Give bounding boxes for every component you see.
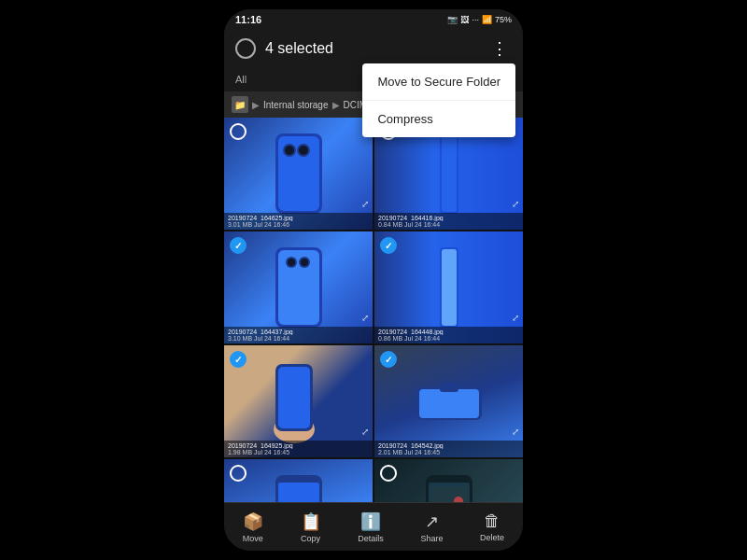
status-icons: 📷 🖼 ··· 📶 75% [447, 15, 512, 24]
svg-point-5 [299, 146, 308, 155]
grid-item[interactable]: ⤢ 20190724_164437.jpg 3.10 MB Jul 24 16:… [224, 231, 373, 343]
image-info-overlay: 20190724_164925.jpg 1.98 MB Jul 24 16:45 [224, 441, 373, 457]
camera-icon: 📷 [447, 15, 458, 24]
all-label: All [235, 74, 247, 85]
svg-point-11 [288, 259, 295, 266]
details-icon: ℹ️ [360, 511, 381, 532]
selected-count: 4 selected [265, 40, 478, 57]
details-button[interactable]: ℹ️ Details [350, 508, 391, 547]
breadcrumb-internal-storage[interactable]: Internal storage [263, 100, 329, 110]
delete-label: Delete [480, 533, 504, 542]
image-info-overlay: 20190724_164448.jpg 0.86 MB Jul 24 16:44 [374, 327, 523, 343]
selection-checkbox[interactable] [380, 237, 397, 254]
delete-icon: 🗑 [484, 511, 500, 531]
grid-item[interactable]: ⤢ 20190724_164925.jpg 1.98 MB Jul 24 16:… [224, 345, 373, 457]
expand-icon: ⤢ [512, 199, 519, 209]
svg-point-3 [285, 146, 294, 155]
selection-checkbox[interactable] [230, 351, 247, 368]
breadcrumb-arrow1: ▶ [252, 100, 260, 110]
grid-item[interactable]: ⤢ 20190724_130821.jpg [374, 459, 523, 502]
image-info-overlay: 20190724_164437.jpg 3.10 MB Jul 24 16:44 [224, 327, 373, 343]
image-grid: ⤢ 20190724_164625.jpg 3.01 MB Jul 24 16:… [224, 118, 523, 502]
image-info-overlay: 20190724_164416.jpg 0.84 MB Jul 24 16:44 [374, 213, 523, 230]
svg-point-13 [301, 259, 308, 266]
select-all-circle[interactable] [235, 38, 256, 59]
expand-icon: ⤢ [361, 199, 369, 209]
move-button[interactable]: 📦 Move [235, 508, 271, 547]
grid-item[interactable]: ⤢ 20190724_164625.jpg 3.01 MB Jul 24 16:… [224, 118, 373, 230]
copy-label: Copy [301, 534, 320, 543]
grid-item[interactable]: moto⤢ 20190724_164558.jpg [224, 459, 373, 502]
image-meta: 3.01 MB Jul 24 16:46 [228, 221, 369, 228]
image-info-overlay: 20190724_164542.jpg 2.01 MB Jul 24 16:45 [374, 441, 523, 457]
selection-checkbox[interactable] [230, 123, 247, 140]
copy-button[interactable]: 📋 Copy [293, 508, 329, 547]
svg-rect-23 [278, 483, 319, 502]
status-bar: 11:16 📷 🖼 ··· 📶 75% [224, 9, 523, 30]
grid-item[interactable]: ⤢ 20190724_164448.jpg 0.86 MB Jul 24 16:… [374, 231, 523, 343]
breadcrumb-arrow2: ▶ [332, 100, 340, 110]
image-meta: 0.86 MB Jul 24 16:44 [378, 335, 519, 342]
battery-text: 75% [495, 15, 512, 24]
delete-button[interactable]: 🗑 Delete [472, 508, 512, 546]
move-label: Move [243, 534, 263, 543]
expand-icon: ⤢ [512, 313, 519, 323]
image-info-overlay: 20190724_164625.jpg 3.01 MB Jul 24 16:46 [224, 213, 373, 230]
folder-icon: 📁 [232, 96, 248, 113]
phone-frame: 11:16 📷 🖼 ··· 📶 75% 4 selected ⋮ Move to… [224, 9, 523, 551]
svg-rect-18 [278, 367, 310, 428]
more-options-button[interactable]: ⋮ [487, 38, 512, 59]
selection-checkbox[interactable] [230, 237, 247, 254]
copy-icon: 📋 [301, 511, 321, 532]
image-meta: 1.98 MB Jul 24 16:45 [228, 449, 369, 455]
selection-checkbox[interactable] [380, 351, 397, 368]
svg-rect-21 [440, 383, 458, 392]
expand-icon: ⤢ [361, 313, 369, 323]
compress-item[interactable]: Compress [362, 101, 515, 137]
image-filename: 20190724_164625.jpg [228, 215, 369, 221]
image-meta: 2.01 MB Jul 24 16:45 [378, 449, 519, 455]
selection-checkbox[interactable] [230, 465, 247, 482]
details-label: Details [358, 534, 384, 543]
image-icon: 🖼 [460, 15, 469, 24]
top-bar: 4 selected ⋮ Move to Secure Folder Compr… [224, 30, 523, 67]
svg-rect-9 [278, 250, 319, 325]
image-filename: 20190724_164925.jpg [228, 442, 369, 449]
share-icon: ↗ [425, 511, 439, 532]
bottom-toolbar: 📦 Move 📋 Copy ℹ️ Details ↗ Share 🗑 Delet… [224, 502, 523, 551]
expand-icon: ⤢ [512, 427, 519, 437]
move-to-secure-folder-item[interactable]: Move to Secure Folder [362, 63, 515, 101]
signal-icon: 📶 [482, 15, 492, 24]
more-icon: ··· [472, 15, 479, 24]
grid-item[interactable]: ⤢ 20190724_164542.jpg 2.01 MB Jul 24 16:… [374, 345, 523, 457]
image-filename: 20190724_164437.jpg [228, 329, 369, 335]
svg-rect-15 [442, 249, 457, 326]
share-button[interactable]: ↗ Share [413, 508, 450, 547]
selection-checkbox[interactable] [380, 465, 397, 482]
svg-rect-20 [419, 389, 479, 418]
status-time: 11:16 [235, 14, 261, 25]
image-filename: 20190724_164542.jpg [378, 442, 519, 449]
expand-icon: ⤢ [361, 427, 369, 437]
image-filename: 20190724_164416.jpg [378, 215, 519, 221]
image-filename: 20190724_164448.jpg [378, 329, 519, 335]
share-label: Share [420, 534, 443, 543]
image-meta: 3.10 MB Jul 24 16:44 [228, 335, 369, 342]
image-meta: 0.84 MB Jul 24 16:44 [378, 221, 519, 228]
move-icon: 📦 [243, 511, 263, 532]
svg-rect-7 [442, 135, 457, 212]
dropdown-menu: Move to Secure Folder Compress [362, 63, 515, 137]
